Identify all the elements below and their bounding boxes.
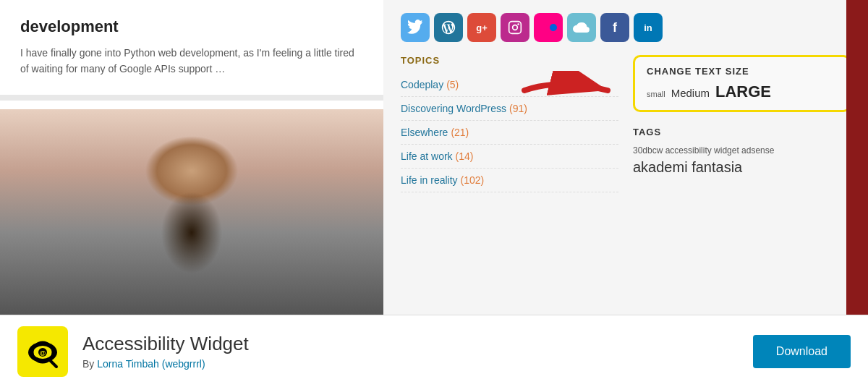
flickr-icon[interactable] [534, 13, 563, 42]
text-size-small[interactable]: small [647, 90, 665, 98]
linkedin-icon[interactable]: in [634, 13, 663, 42]
svg-point-2 [517, 23, 519, 25]
instagram-icon[interactable] [501, 13, 529, 42]
plugin-info: Accessibility Widget By Lorna Timbah (we… [82, 333, 739, 370]
plugin-icon: @ [17, 326, 68, 377]
main-container: development I have finally gone into Pyt… [0, 0, 868, 387]
blog-title: development [20, 17, 363, 36]
topic-name-wordpress: Discovering WordPress [401, 103, 506, 114]
topic-count-codeplay: (5) [446, 79, 459, 90]
text-size-medium[interactable]: Medium [671, 87, 710, 99]
svg-rect-0 [509, 22, 522, 34]
cloud-icon[interactable] [567, 13, 596, 42]
blog-text-card: development I have finally gone into Pyt… [0, 0, 383, 95]
change-text-size-box: CHANGE TEXT SIZE small Medium LARGE [633, 55, 851, 112]
bottom-bar: @ Accessibility Widget By Lorna Timbah (… [0, 315, 868, 387]
red-edge [846, 0, 868, 315]
topic-name-elsewhere: Elsewhere [401, 127, 448, 138]
tags-large: akademi fantasia [633, 159, 851, 176]
facebook-icon[interactable]: f [600, 13, 629, 42]
topic-item-lifework[interactable]: Life at work (14) [401, 145, 618, 169]
tags-section: TAGS 30dbcw accessibility widget adsense… [633, 127, 851, 176]
googleplus-icon[interactable]: g+ [467, 13, 496, 42]
red-arrow-icon [517, 71, 618, 111]
author-prefix: By [82, 358, 97, 370]
topics-label: TOPICS [401, 55, 618, 66]
right-column: CHANGE TEXT SIZE small Medium LARGE TAGS… [633, 55, 851, 192]
change-text-title: CHANGE TEXT SIZE [647, 66, 837, 77]
blog-image [0, 109, 383, 315]
right-panel: g+ f in [383, 0, 868, 315]
topic-name-codeplay: Codeplay [401, 79, 443, 90]
social-icons-row: g+ f in [383, 0, 868, 55]
website-screenshot: g+ f in [383, 0, 868, 315]
plugin-name: Accessibility Widget [82, 333, 739, 355]
topic-count-lifework: (14) [456, 150, 474, 162]
blog-excerpt: I have finally gone into Python web deve… [20, 45, 363, 77]
topic-name-lifereality: Life in reality [401, 174, 458, 186]
topic-name-lifework: Life at work [401, 150, 453, 162]
svg-text:@: @ [40, 349, 46, 357]
svg-point-1 [513, 25, 518, 30]
left-panel: development I have finally gone into Pyt… [0, 0, 383, 315]
download-button[interactable]: Download [753, 335, 851, 368]
text-size-large[interactable]: LARGE [715, 82, 771, 101]
tags-small: 30dbcw accessibility widget adsense [633, 143, 851, 159]
svg-line-9 [50, 360, 56, 367]
topic-count-elsewhere: (21) [451, 127, 469, 138]
text-size-options: small Medium LARGE [647, 82, 837, 101]
plugin-author: By Lorna Timbah (webgrrrl) [82, 358, 739, 370]
tags-label: TAGS [633, 127, 851, 137]
arrow-container [517, 71, 618, 114]
accessibility-eye-icon: @ [25, 333, 61, 370]
content-area: TOPICS Codeplay (5) Discovering WordPres… [383, 55, 868, 192]
topic-count-lifereality: (102) [461, 174, 485, 186]
card-separator [0, 95, 383, 101]
topic-item-elsewhere[interactable]: Elsewhere (21) [401, 121, 618, 145]
topic-item-lifereality[interactable]: Life in reality (102) [401, 169, 618, 192]
twitter-icon[interactable] [401, 13, 430, 42]
wordpress-icon[interactable] [434, 13, 463, 42]
top-section: development I have finally gone into Pyt… [0, 0, 868, 315]
author-link[interactable]: Lorna Timbah (webgrrrl) [97, 358, 205, 370]
